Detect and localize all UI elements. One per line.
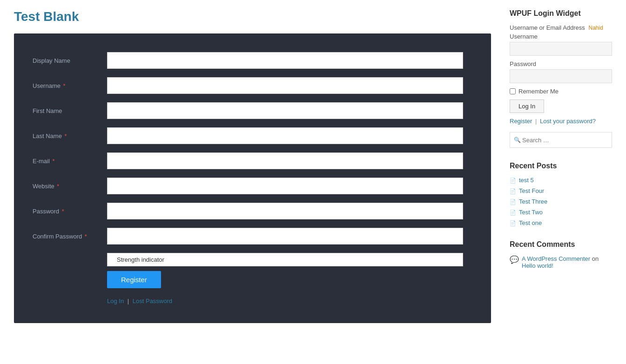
sidebar-username-input[interactable] (510, 42, 612, 56)
strength-indicator: Strength indicator (107, 253, 463, 266)
first-name-row: First Name (33, 102, 463, 119)
page-wrapper: Test Blank Display Name Username * First… (0, 0, 626, 332)
search-box: 🔍 (510, 132, 612, 148)
sidebar-password-label: Password (510, 60, 612, 67)
list-item: 📄 Test Two (510, 209, 612, 216)
website-row: Website * (33, 178, 463, 194)
login-widget: WPUF Login Widget Username or Email Addr… (510, 9, 612, 148)
post-link[interactable]: Test Two (519, 209, 543, 216)
last-name-required-star: * (63, 132, 67, 139)
username-input[interactable] (107, 77, 463, 94)
sidebar-link-separator: | (535, 118, 538, 125)
recent-posts-title: Recent Posts (510, 162, 612, 170)
first-name-input[interactable] (107, 102, 463, 119)
recent-posts-list: 📄 test 5 📄 Test Four 📄 Test Three 📄 Test… (510, 177, 612, 226)
confirm-password-row: Confirm Password * (33, 228, 463, 245)
list-item: 📄 Test Three (510, 198, 612, 205)
email-row: E-mail * (33, 152, 463, 169)
confirm-password-required-star: * (83, 233, 87, 240)
form-links: Log In | Lost Password (107, 298, 463, 304)
login-button[interactable]: Log In (510, 99, 544, 113)
remember-me-label: Remember Me (518, 88, 559, 95)
sidebar-password-input[interactable] (510, 69, 612, 83)
lost-password-link[interactable]: Lost Password (133, 298, 172, 304)
confirm-password-label: Confirm Password * (33, 233, 107, 240)
email-required-star: * (51, 158, 55, 165)
post-link[interactable]: Test one (519, 219, 542, 226)
username-hint: Nahid (588, 25, 603, 31)
display-name-label: Display Name (33, 57, 107, 64)
sidebar: WPUF Login Widget Username or Email Addr… (510, 9, 612, 323)
recent-comments-widget: Recent Comments 💬 A WordPress Commenter … (510, 240, 612, 269)
list-item: 💬 A WordPress Commenter on Hello world! (510, 255, 612, 269)
register-button[interactable]: Register (107, 271, 161, 288)
sidebar-lost-password-link[interactable]: Lost your password? (540, 118, 596, 125)
recent-comments-list: 💬 A WordPress Commenter on Hello world! (510, 255, 612, 269)
post-link[interactable]: test 5 (519, 177, 534, 184)
email-input[interactable] (107, 152, 463, 169)
login-link[interactable]: Log In (107, 298, 124, 304)
recent-posts-widget: Recent Posts 📄 test 5 📄 Test Four 📄 Test… (510, 162, 612, 226)
comment-text: A WordPress Commenter on Hello world! (522, 255, 612, 269)
page-title: Test Blank (14, 9, 491, 24)
post-icon: 📄 (510, 210, 516, 216)
username-email-label: Username or Email Address Nahid (510, 24, 612, 31)
last-name-label: Last Name * (33, 132, 107, 139)
post-icon: 📄 (510, 178, 516, 184)
website-input[interactable] (107, 178, 463, 194)
post-icon: 📄 (510, 220, 516, 226)
comment-icon: 💬 (510, 255, 519, 264)
comment-action: on (592, 255, 599, 262)
main-content: Test Blank Display Name Username * First… (14, 9, 491, 323)
password-row: Password * (33, 203, 463, 219)
password-input[interactable] (107, 203, 463, 219)
remember-me-checkbox[interactable] (510, 88, 516, 94)
comment-author-link[interactable]: A WordPress Commenter (522, 255, 590, 262)
display-name-row: Display Name (33, 52, 463, 69)
password-required-star: * (60, 208, 64, 215)
post-icon: 📄 (510, 188, 516, 194)
password-label: Password * (33, 208, 107, 215)
confirm-password-input[interactable] (107, 228, 463, 245)
sidebar-login-links: Register | Lost your password? (510, 118, 612, 125)
post-link[interactable]: Test Four (519, 187, 544, 194)
username-label: Username * (33, 82, 107, 89)
search-input[interactable] (510, 132, 612, 147)
list-item: 📄 test 5 (510, 177, 612, 184)
search-icon: 🔍 (514, 137, 521, 143)
sidebar-register-link[interactable]: Register (510, 118, 532, 125)
login-widget-title: WPUF Login Widget (510, 9, 612, 18)
display-name-input[interactable] (107, 52, 463, 69)
first-name-label: First Name (33, 107, 107, 114)
recent-comments-title: Recent Comments (510, 240, 612, 249)
post-link[interactable]: Test Three (519, 198, 547, 205)
links-separator: | (128, 298, 131, 304)
last-name-row: Last Name * (33, 127, 463, 144)
website-required-star: * (55, 183, 60, 190)
post-icon: 📄 (510, 199, 516, 205)
last-name-input[interactable] (107, 127, 463, 144)
registration-form-container: Display Name Username * First Name Last … (14, 33, 491, 323)
website-label: Website * (33, 183, 107, 190)
username-or-email-row: Username or Email Address Nahid (510, 24, 612, 31)
email-label: E-mail * (33, 158, 107, 165)
remember-me-row: Remember Me (510, 88, 612, 95)
sidebar-username-label: Username (510, 33, 612, 40)
list-item: 📄 Test Four (510, 187, 612, 194)
list-item: 📄 Test one (510, 219, 612, 226)
username-row: Username * (33, 77, 463, 94)
comment-post-link[interactable]: Hello world! (522, 262, 553, 269)
username-required-star: * (61, 82, 66, 89)
